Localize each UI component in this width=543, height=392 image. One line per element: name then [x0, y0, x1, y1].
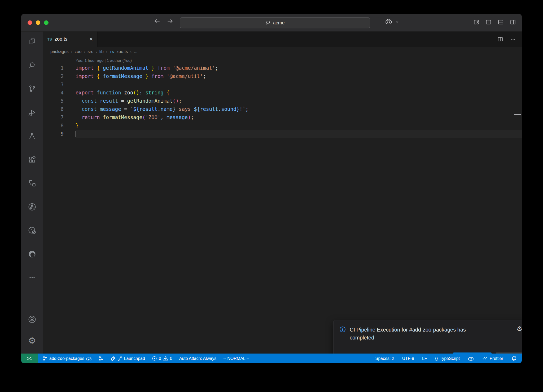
breadcrumb-overflow[interactable]: ...	[134, 49, 137, 54]
breadcrumb-item[interactable]: lib	[99, 49, 104, 54]
code-token: getRandomAnimal	[103, 65, 148, 71]
search-view-icon[interactable]	[24, 57, 40, 73]
launchpad-status-item[interactable]: Launchpad	[110, 356, 145, 361]
line-number: 9	[43, 130, 76, 138]
code-token: =	[121, 106, 130, 112]
code-token: ;	[191, 114, 194, 120]
code-token	[76, 106, 82, 112]
code-line[interactable]: 2import { formatMessage } from '@acme/ut…	[43, 72, 522, 80]
code-token: .	[157, 106, 160, 112]
language-status-item[interactable]: {} TypeScript	[435, 356, 460, 361]
zoom-window-button[interactable]	[44, 20, 49, 25]
line-content: }	[76, 121, 522, 130]
code-token: from	[148, 73, 167, 79]
copilot-menu[interactable]	[385, 19, 399, 25]
nx-console-icon[interactable]	[24, 175, 40, 191]
source-control-icon[interactable]	[24, 81, 40, 97]
testing-icon[interactable]	[24, 128, 40, 144]
problems-status-item[interactable]: 0 0	[152, 356, 172, 361]
indentation-status-item[interactable]: Spaces: 2	[375, 356, 394, 361]
code-line[interactable]: 1import { getRandomAnimal } from '@acme/…	[43, 64, 522, 72]
run-and-debug-icon[interactable]	[24, 104, 40, 120]
line-content: return formatMessage('ZOO', message);	[76, 113, 522, 121]
code-token: }	[76, 123, 78, 128]
code-token: ;	[179, 98, 182, 104]
notification-settings-gear-icon[interactable]: ⚙	[516, 326, 522, 332]
eol-status-item[interactable]: LF	[422, 356, 427, 361]
command-center-search[interactable]: acme	[180, 17, 370, 28]
commit-graph-icon[interactable]	[24, 199, 40, 215]
code-line[interactable]: 4export function zoo(): string {	[43, 89, 522, 97]
close-window-button[interactable]	[28, 20, 32, 25]
error-icon	[152, 356, 157, 361]
notifications-bell-item[interactable]	[511, 356, 516, 361]
breadcrumb-file[interactable]: zoo.ts	[116, 49, 128, 54]
breadcrumb-item[interactable]: packages	[50, 49, 69, 54]
line-number: 1	[43, 64, 76, 72]
toggle-panel-icon[interactable]	[498, 19, 504, 25]
code-token: }	[142, 73, 148, 79]
toggle-primary-sidebar-icon[interactable]	[485, 19, 492, 25]
code-token: :	[139, 90, 145, 95]
vim-mode-status-item[interactable]: -- NORMAL --	[223, 356, 249, 361]
warning-count: 0	[170, 356, 172, 361]
extensions-icon[interactable]	[24, 152, 40, 168]
indent-guide	[76, 90, 76, 113]
toggle-secondary-sidebar-icon[interactable]	[510, 19, 516, 25]
line-content: import { getRandomAnimal } from '@acme/a…	[76, 64, 522, 72]
code-token: export	[76, 90, 97, 95]
tab-close-icon[interactable]: ✕	[89, 36, 93, 42]
prettier-status-item[interactable]: ✓✓ Prettier	[482, 356, 503, 361]
status-bar: add-zoo-packages Launchpad 0 0	[21, 354, 522, 363]
info-icon	[339, 326, 346, 342]
code-line[interactable]: 6 const message = `${result.name} says $…	[43, 105, 522, 113]
code-token: result	[200, 106, 218, 112]
copilot-status-item[interactable]	[468, 356, 474, 361]
minimize-window-button[interactable]	[36, 20, 40, 25]
text-cursor	[76, 131, 76, 137]
notification-message: CI Pipeline Execution for #add-zoo-packa…	[350, 326, 490, 342]
code-token: sound	[221, 106, 236, 112]
code-line[interactable]: 7 return formatMessage('ZOO', message);	[43, 113, 522, 121]
settings-gear-icon[interactable]: ⚙	[24, 333, 40, 349]
explorer-icon[interactable]	[24, 34, 40, 50]
code-line[interactable]: 8}	[43, 121, 522, 130]
breadcrumb-item[interactable]: zoo	[75, 49, 82, 54]
desktop: acme	[0, 0, 543, 392]
customize-layout-icon[interactable]	[473, 19, 479, 25]
line-content: export function zoo(): string {	[76, 89, 522, 97]
code-editor[interactable]: You, 1 hour ago | 1 author (You) 1import…	[43, 57, 522, 354]
breadcrumb-item[interactable]: src	[87, 49, 93, 54]
remote-indicator[interactable]	[21, 354, 38, 363]
code-line[interactable]: 5 const result = getRandomAnimal();	[43, 97, 522, 105]
branch-status-item[interactable]: add-zoo-packages	[42, 356, 91, 361]
gitlens-inspect-icon[interactable]	[24, 223, 40, 238]
code-token: from	[154, 65, 173, 71]
code-token: `	[130, 106, 133, 112]
editor-more-actions-icon[interactable]	[510, 36, 516, 42]
navigate-forward-icon[interactable]	[167, 18, 173, 25]
blame-annotation: You, 1 hour ago | 1 author (You)	[76, 58, 132, 63]
more-views-icon[interactable]	[24, 270, 40, 286]
line-number: 4	[43, 89, 76, 97]
code-token	[76, 114, 82, 120]
code-line[interactable]: 3	[43, 80, 522, 89]
auto-attach-status-item[interactable]: Auto Attach: Always	[179, 356, 217, 361]
tab-zoo-ts[interactable]: TS zoo.ts ✕	[43, 32, 98, 47]
edge-browser-icon[interactable]	[24, 246, 40, 262]
code-token: import	[76, 65, 97, 71]
split-editor-icon[interactable]	[497, 36, 503, 42]
chevron-right-icon: ›	[130, 50, 132, 54]
encoding-status-item[interactable]: UTF-8	[402, 356, 414, 361]
accounts-icon[interactable]	[24, 311, 40, 327]
language-label: TypeScript	[440, 356, 460, 361]
line-content: const result = getRandomAnimal();	[76, 97, 522, 105]
code-token: ;	[246, 106, 248, 112]
navigate-back-icon[interactable]	[154, 18, 161, 25]
publish-cloud-icon	[86, 356, 91, 361]
code-token: (	[142, 114, 145, 120]
chevron-right-icon: ›	[84, 50, 85, 54]
source-control-graph-item[interactable]	[98, 356, 103, 361]
code-token: ()	[133, 90, 139, 95]
code-line[interactable]: 9	[43, 130, 522, 138]
